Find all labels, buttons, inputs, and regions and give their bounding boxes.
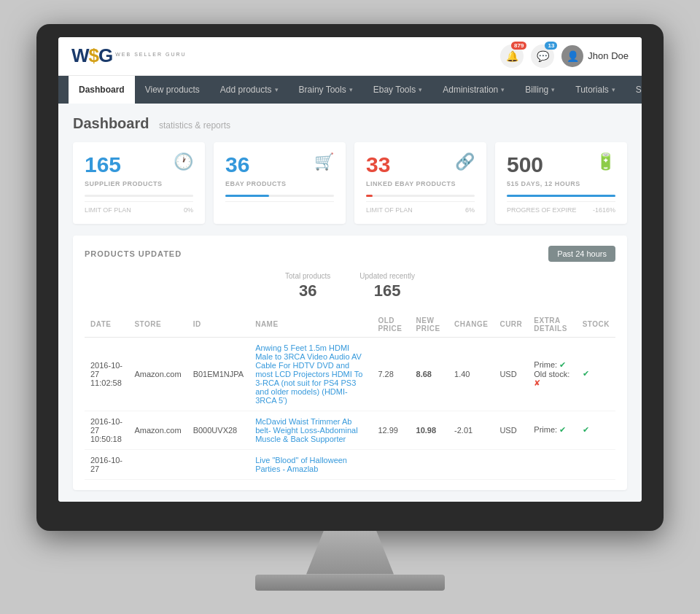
logo: W$G xyxy=(71,44,112,67)
summary-row: Total products 36 Updated recently 165 xyxy=(85,272,615,300)
stat-footer-4: PROGRES OF EXPIRE -1616% xyxy=(507,201,615,214)
nav-bar: Dashboard View products Add products ▾ B… xyxy=(58,76,642,104)
limit-label-1: LIMIT OF PLAN xyxy=(85,206,131,214)
limit-label-2 xyxy=(225,206,228,214)
summary-updated: Updated recently 165 xyxy=(359,272,415,300)
limit-value-2 xyxy=(332,206,334,214)
cell-stock-1: ✔ xyxy=(577,337,615,411)
stat-supplier-products: 165 🕐 SUPPLIER PRODUCTS LIMIT OF PLAN 0% xyxy=(73,142,205,224)
monitor-bezel: W$G WEB SELLER GURU 🔔 879 💬 13 xyxy=(36,24,664,531)
stat-header-3: 33 🔗 xyxy=(366,152,475,177)
cell-curr-3 xyxy=(494,449,528,479)
user-name: Jhon Doe xyxy=(588,50,629,61)
col-stock: STOCK xyxy=(577,312,615,338)
cell-change-3 xyxy=(448,449,494,479)
time-filter-button[interactable]: Past 24 hours xyxy=(548,246,615,262)
product-link-2[interactable]: McDavid Waist Trimmer Ab belt- Weight Lo… xyxy=(255,417,357,443)
table-header-row: DATE STORE ID NAME OLD PRICE NEW PRICE C… xyxy=(85,312,615,338)
monitor-wrapper: W$G WEB SELLER GURU 🔔 879 💬 13 xyxy=(36,24,664,591)
nav-dashboard[interactable]: Dashboard xyxy=(69,76,135,104)
nav-view-products[interactable]: View products xyxy=(135,76,210,104)
cell-name-2: McDavid Waist Trimmer Ab belt- Weight Lo… xyxy=(249,411,372,449)
product-link-3[interactable]: Live "Blood" of Halloween Parties - Amaz… xyxy=(255,456,347,473)
cell-old-price-2: 12.99 xyxy=(372,411,410,449)
top-right: 🔔 879 💬 13 👤 Jhon Doe xyxy=(500,44,629,68)
cell-new-price-1: 8.68 xyxy=(411,337,448,411)
cell-name-3: Live "Blood" of Halloween Parties - Amaz… xyxy=(249,449,372,479)
notifications-bell[interactable]: 🔔 879 xyxy=(500,44,524,68)
stat-footer-3: LIMIT OF PLAN 6% xyxy=(366,201,475,214)
nav-administration[interactable]: Administration ▾ xyxy=(432,76,515,104)
stat-number-3: 33 xyxy=(366,152,390,177)
col-name: NAME xyxy=(249,312,372,338)
stat-expire: 500 🔋 515 DAYS, 12 HOURS PROGRES OF EXPI… xyxy=(495,142,627,224)
nav-brainy-tools[interactable]: Brainy Tools ▾ xyxy=(289,76,363,104)
cell-new-price-3 xyxy=(411,449,448,479)
nav-billing[interactable]: Billing ▾ xyxy=(515,76,565,104)
cell-old-price-1: 7.28 xyxy=(372,337,410,411)
cell-old-price-3 xyxy=(372,449,410,479)
stat-header-1: 165 🕐 xyxy=(85,152,193,177)
cell-date-3: 2016-10-27 xyxy=(85,449,128,479)
stat-label-3: LINKED EBAY PRODUCTS xyxy=(366,180,475,187)
content-area: Dashboard statistics & reports 165 🕐 SUP… xyxy=(58,104,642,502)
updated-value: 165 xyxy=(359,281,415,300)
logo-dollar: $ xyxy=(89,44,98,66)
limit-label-3: LIMIT OF PLAN xyxy=(366,206,413,214)
avatar: 👤 xyxy=(561,45,583,67)
stats-row: 165 🕐 SUPPLIER PRODUCTS LIMIT OF PLAN 0% xyxy=(73,142,627,224)
nav-ebay-tools[interactable]: Ebay Tools ▾ xyxy=(363,76,432,104)
prime-check-2: ✔ xyxy=(559,425,566,434)
stat-label-4: 515 DAYS, 12 HOURS xyxy=(507,180,615,187)
messages-icon[interactable]: 💬 13 xyxy=(531,44,554,68)
product-link-1[interactable]: Anwing 5 Feet 1.5m HDMI Male to 3RCA Vid… xyxy=(255,343,362,405)
screen: W$G WEB SELLER GURU 🔔 879 💬 13 xyxy=(58,37,642,502)
stat-footer-1: LIMIT OF PLAN 0% xyxy=(85,201,193,214)
cell-curr-2: USD xyxy=(494,411,528,449)
cell-new-price-2: 10.98 xyxy=(411,411,448,449)
stat-number-1: 165 xyxy=(85,152,121,177)
old-stock-cross-1: ✘ xyxy=(534,378,540,387)
stat-footer-2 xyxy=(225,201,334,214)
limit-value-3: 6% xyxy=(465,206,475,214)
limit-value-1: 0% xyxy=(184,206,193,214)
cell-extra-2: Prime: ✔ xyxy=(528,411,576,449)
col-date: DATE xyxy=(85,312,128,338)
cell-extra-3 xyxy=(528,449,576,479)
page-title: Dashboard statistics & reports xyxy=(73,115,627,132)
stock-check-2: ✔ xyxy=(583,425,589,434)
user-area[interactable]: 👤 Jhon Doe xyxy=(561,45,629,67)
nav-support[interactable]: Support ▾ xyxy=(626,76,642,104)
stat-label-2: EBAY PRODUCTS xyxy=(225,180,334,187)
cell-change-2: -2.01 xyxy=(448,411,494,449)
table-body: 2016-10-2711:02:58 Amazon.com B01EM1NJPA… xyxy=(85,337,615,479)
cell-store-1: Amazon.com xyxy=(128,337,187,411)
stock-check-1: ✔ xyxy=(583,369,589,378)
table-row: 2016-10-2710:50:18 Amazon.com B000UVX28 … xyxy=(85,411,615,449)
stat-number-4: 500 xyxy=(507,152,543,177)
cell-stock-2: ✔ xyxy=(577,411,615,449)
cell-change-1: 1.40 xyxy=(448,337,494,411)
prime-check-1: ✔ xyxy=(559,360,566,369)
stat-header-2: 36 🛒 xyxy=(225,152,334,177)
cell-store-2: Amazon.com xyxy=(128,411,187,449)
cell-date-1: 2016-10-2711:02:58 xyxy=(85,337,128,411)
chevron-ebay-tools: ▾ xyxy=(419,86,422,93)
cell-name-1: Anwing 5 Feet 1.5m HDMI Male to 3RCA Vid… xyxy=(249,337,372,411)
table-row: 2016-10-2711:02:58 Amazon.com B01EM1NJPA… xyxy=(85,337,615,411)
col-store: STORE xyxy=(128,312,187,338)
cell-extra-1: Prime: ✔ Old stock: ✘ xyxy=(528,337,576,411)
cell-id-2: B000UVX28 xyxy=(187,411,250,449)
cell-id-1: B01EM1NJPA xyxy=(187,337,250,411)
cell-curr-1: USD xyxy=(494,337,528,411)
col-change: CHANGE xyxy=(448,312,494,338)
table-row: 2016-10-27 Live "Blood" of Halloween Par… xyxy=(85,449,615,479)
monitor-stand-neck xyxy=(306,531,394,575)
stat-linked-products: 33 🔗 LINKED EBAY PRODUCTS LIMIT OF PLAN … xyxy=(354,142,486,224)
nav-tutorials[interactable]: Tutorials ▾ xyxy=(565,76,626,104)
link-icon: 🔗 xyxy=(455,152,475,171)
messages-count: 13 xyxy=(545,42,557,50)
chevron-add-products: ▾ xyxy=(275,86,279,93)
products-section-header: PRODUCTS UPDATED Past 24 hours xyxy=(85,246,615,262)
nav-add-products[interactable]: Add products ▾ xyxy=(210,76,289,104)
